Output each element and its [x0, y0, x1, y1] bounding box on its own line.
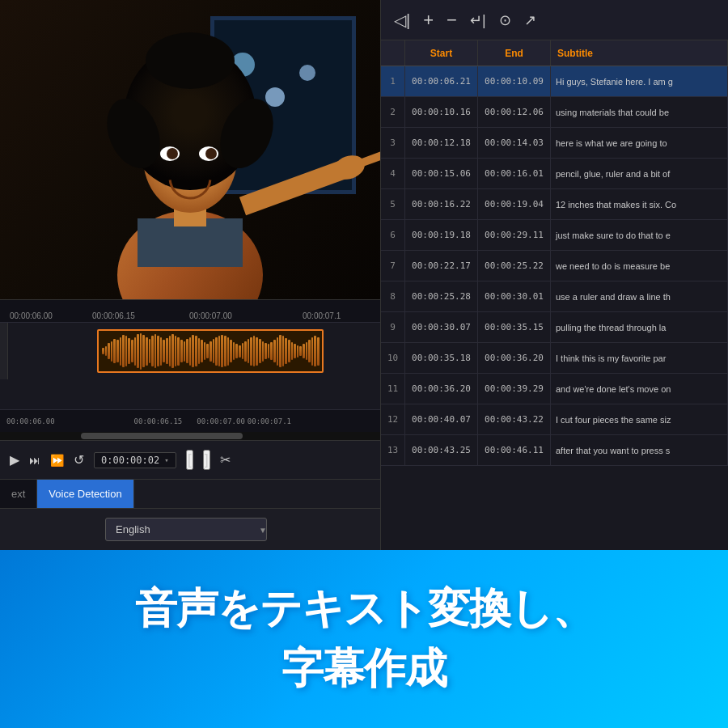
waveform-bar [235, 344, 238, 358]
tab-text[interactable]: ext [0, 480, 37, 508]
waveform-bar [142, 335, 145, 367]
table-row[interactable]: 8 00:00:25.28 00:00:30.01 use a ruler an… [381, 281, 728, 312]
waveform-bar [308, 340, 311, 362]
banner-line1: 音声をテキスト変換し、 [135, 581, 594, 637]
step-forward-button[interactable]: ⏭ [29, 454, 40, 467]
cell-num: 3 [381, 128, 405, 158]
table-row[interactable]: 9 00:00:30.07 00:00:35.15 pulling the th… [381, 312, 728, 343]
ruler-time-4: 00:00:07.1 [303, 311, 341, 320]
subtitle-toolbar-btn3[interactable]: − [447, 10, 457, 31]
col-header-start: Start [405, 40, 478, 66]
table-row[interactable]: 12 00:00:40.07 00:00:43.22 I cut four pi… [381, 404, 728, 435]
subtitle-toolbar-btn4[interactable]: ↵| [470, 11, 486, 29]
scissors-button[interactable]: ✂ [220, 452, 231, 468]
cell-end: 00:00:30.01 [478, 281, 551, 311]
waveform-bar [306, 342, 308, 360]
in-point-button[interactable]: [ [186, 450, 193, 470]
language-select[interactable]: English Japanese French Spanish German [105, 518, 267, 541]
table-row[interactable]: 3 00:00:12.18 00:00:14.03 here is what w… [381, 128, 728, 159]
waveform-bar [288, 340, 290, 362]
waveform-bar [227, 337, 230, 366]
waveform-bar [253, 336, 256, 366]
waveform-bar [204, 342, 206, 360]
waveform-bar [166, 338, 168, 364]
cell-num: 13 [381, 435, 405, 465]
cell-subtitle: after that you want to press s [551, 435, 728, 465]
cell-subtitle: 12 inches that makes it six. Co [551, 189, 728, 219]
subtitle-toolbar: ◁| + − ↵| ⊙ ↗ [381, 0, 728, 40]
cell-num: 4 [381, 159, 405, 188]
cell-end: 00:00:36.20 [478, 343, 551, 373]
editor-section: 00:00:06.00 00:00:06.15 00:00:07.00 00:0… [0, 0, 728, 550]
table-row[interactable]: 11 00:00:36.20 00:00:39.29 and we're don… [381, 374, 728, 404]
timeline-scrollbar-thumb[interactable] [81, 433, 243, 439]
table-row[interactable]: 5 00:00:16.22 00:00:19.04 12 inches that… [381, 189, 728, 220]
cell-subtitle: I cut four pieces the same siz [551, 404, 728, 434]
timecode-dropdown[interactable]: ▾ [164, 456, 168, 464]
table-row[interactable]: 13 00:00:43.25 00:00:46.11 after that yo… [381, 435, 728, 466]
loop-button[interactable]: ↺ [74, 452, 84, 468]
waveform-bar [248, 339, 250, 363]
waveform-bar [105, 346, 108, 356]
waveform-bar [311, 337, 314, 366]
table-row[interactable]: 2 00:00:10.16 00:00:12.06 using material… [381, 97, 728, 128]
cell-start: 00:00:43.25 [405, 435, 478, 465]
waveform-bar [146, 337, 148, 366]
timecode-bar: 00:00:06.00 00:00:06.15 00:00:07.00 00:0… [0, 409, 380, 432]
tab-voice-detection[interactable]: Voice Detection [37, 480, 133, 508]
waveform-bar [189, 337, 192, 366]
video-canvas [0, 0, 380, 299]
waveform-bar [198, 338, 201, 364]
table-row[interactable]: 7 00:00:22.17 00:00:25.22 we need to do … [381, 251, 728, 281]
language-select-wrapper: English Japanese French Spanish German ▼ [105, 518, 275, 541]
table-row[interactable]: 4 00:00:15.06 00:00:16.01 pencil, glue, … [381, 159, 728, 189]
waveform-bar [154, 334, 157, 368]
subtitle-toolbar-btn6[interactable]: ↗ [524, 11, 536, 29]
tab-text-label: ext [11, 488, 25, 500]
waveform-bar [120, 337, 122, 366]
waveform-bar [294, 344, 296, 358]
waveform-bar [239, 345, 241, 358]
timecode-value: 0:00:00:02 [101, 455, 159, 466]
waveform-bar [186, 339, 188, 363]
out-point-button[interactable]: ] [203, 450, 210, 470]
cell-end: 00:00:25.22 [478, 251, 551, 281]
waveform-bar [163, 340, 165, 362]
cell-subtitle: use a ruler and draw a line th [551, 281, 728, 311]
waveform-bar [131, 340, 133, 362]
table-row[interactable]: 1 00:00:06.21 00:00:10.09 Hi guys, Stefa… [381, 66, 728, 97]
cell-num: 8 [381, 281, 405, 311]
cell-num: 12 [381, 404, 405, 434]
waveform-bar [171, 334, 174, 368]
cell-start: 00:00:30.07 [405, 312, 478, 342]
cell-end: 00:00:14.03 [478, 128, 551, 158]
waveform-bar [175, 336, 177, 366]
cell-end: 00:00:46.11 [478, 435, 551, 465]
cell-num: 5 [381, 189, 405, 219]
waveform-bar [160, 337, 163, 366]
ruler-marks: 00:00:06.00 00:00:06.15 00:00:07.00 00:0… [3, 300, 377, 322]
ruler-time-3: 00:00:07.00 [189, 311, 232, 320]
time-marker-8: 00:00:07.1 [248, 417, 291, 425]
subtitle-toolbar-btn2[interactable]: + [423, 10, 434, 31]
waveform-bar [221, 335, 223, 367]
table-row[interactable]: 6 00:00:19.18 00:00:29.11 just make sure… [381, 220, 728, 251]
waveform-bar [299, 346, 302, 356]
col-header-num [381, 40, 405, 66]
subtitle-toolbar-btn1[interactable]: ◁| [394, 11, 410, 30]
waveform-bar [108, 343, 110, 359]
play-button[interactable]: ▶ [10, 452, 19, 468]
table-header: Start End Subtitle [381, 40, 728, 66]
waveform-bar [213, 339, 215, 363]
subtitle-toolbar-btn5[interactable]: ⊙ [499, 11, 511, 29]
waveform-bar [265, 343, 267, 359]
cell-end: 00:00:35.15 [478, 312, 551, 342]
time-marker-7: 00:00:07.00 [197, 417, 245, 425]
waveform-bar [210, 341, 212, 362]
table-row[interactable]: 10 00:00:35.18 00:00:36.20 I think this … [381, 343, 728, 374]
timeline-scrollbar-track[interactable] [0, 432, 380, 440]
subtitle-table: Start End Subtitle 1 00:00:06.21 00:00:1… [381, 40, 728, 550]
col-header-subtitle: Subtitle [551, 40, 728, 66]
waveform-bar [140, 333, 142, 370]
next-frame-button[interactable]: ⏩ [50, 454, 64, 467]
